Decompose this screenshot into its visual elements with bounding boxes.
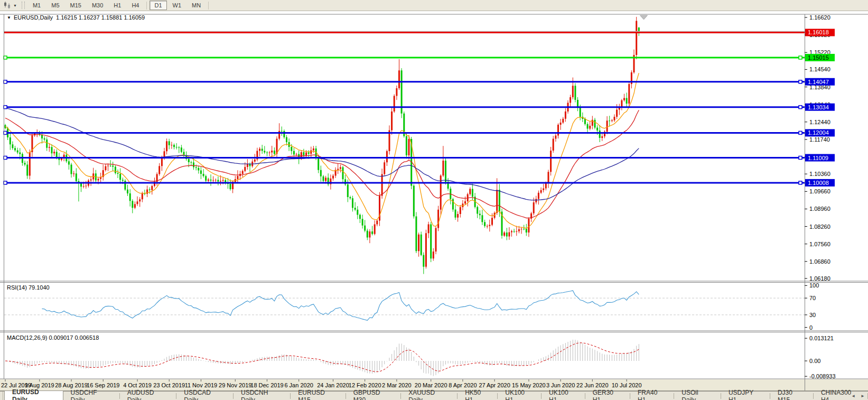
tab-fra40-h1[interactable]: FRA40 H1 — [630, 392, 674, 400]
time-tick-label: 9 Aug 2019 — [25, 382, 54, 388]
chart-title-symbol: EURUSD,Daily — [14, 14, 53, 21]
price-tick-label: 1.16620 — [809, 14, 830, 21]
tab-gbpusd-m30[interactable]: GBPUSD M30 — [346, 392, 401, 400]
collapse-triangle-icon[interactable]: ▼ — [7, 15, 11, 20]
chart-tab-bar: EURUSD DailyUSDCHF DailyAUDUSD DailyUSDC… — [0, 391, 868, 400]
timeframe-button-m5[interactable]: M5 — [46, 1, 64, 10]
line-handle[interactable] — [799, 106, 802, 109]
tab-dj30-m15[interactable]: DJ30 M15 — [770, 392, 814, 400]
rsi-tick-label: 30 — [809, 312, 816, 318]
tab-audusd-daily[interactable]: AUDUSD Daily — [120, 392, 177, 400]
timeframe-button-h1[interactable]: H1 — [109, 1, 126, 10]
tab-xauusd-daily[interactable]: XAUUSD Daily — [401, 392, 458, 400]
tabbar-grip[interactable] — [0, 392, 3, 400]
candlestick-tool-icon — [3, 2, 12, 9]
line-handle[interactable] — [799, 181, 802, 184]
mt4-window: { "toolbar": { "chart_icon": "line-studi… — [0, 0, 868, 400]
macd-tick-label: 0.00 — [809, 358, 820, 364]
time-tick-label: 29 Nov 2019 — [219, 382, 251, 388]
toolbar: ▼ M1M5M15M30H1H4D1W1MN — [0, 0, 868, 11]
line-price-badge-label: 1.11009 — [808, 155, 828, 161]
chevron-down-icon[interactable]: ▼ — [13, 4, 17, 7]
tab-eurusd-daily[interactable]: EURUSD Daily — [4, 391, 63, 400]
rsi-tick-label: 70 — [809, 295, 816, 301]
time-tick-label: 16 Sep 2019 — [87, 382, 119, 388]
time-tick-label: 20 Mar 2020 — [415, 382, 447, 388]
time-tick-label: 15 May 2020 — [512, 382, 546, 388]
line-handle[interactable] — [799, 56, 802, 59]
time-tick-label: 6 Jan 2020 — [284, 382, 313, 388]
macd-tick-label: -0.008933 — [809, 373, 836, 379]
tab-scroll-buttons: ◄ ► — [851, 392, 865, 400]
line-price-badge-label: 1.16018 — [808, 29, 829, 35]
line-price-badge-label: 1.13034 — [808, 104, 829, 110]
line-studies-icon[interactable]: ▼ — [2, 1, 18, 10]
timeframe-button-m15[interactable]: M15 — [66, 1, 86, 10]
line-handle[interactable] — [799, 156, 802, 160]
tab-usdchf-daily[interactable]: USDCHF Daily — [63, 392, 120, 400]
price-tick-label: 1.08960 — [809, 206, 830, 212]
timeframe-button-m30[interactable]: M30 — [87, 1, 108, 10]
time-tick-label: 18 Dec 2019 — [250, 382, 283, 388]
rsi-tick-label: 100 — [809, 282, 819, 289]
tab-usdcnh-daily[interactable]: USDCNH Daily — [234, 392, 291, 400]
line-handle[interactable] — [799, 80, 802, 83]
timeframe-button-mn[interactable]: MN — [187, 1, 206, 10]
tab-usdcad-daily[interactable]: USDCAD Daily — [176, 392, 234, 400]
price-tick-label: 1.09660 — [809, 188, 830, 194]
time-tick-label: 8 Apr 2020 — [449, 382, 477, 388]
tab-uk100-h1[interactable]: UK100 H1 — [542, 392, 585, 400]
tab-ger30-h1[interactable]: GER30 H1 — [585, 392, 630, 400]
price-tick-label: 1.10360 — [809, 171, 830, 177]
line-price-badge-label: 1.12004 — [808, 129, 829, 136]
price-tick-label: 1.06180 — [809, 275, 830, 282]
line-price-badge-label: 1.14047 — [808, 79, 829, 85]
toolbar-separator — [208, 2, 209, 10]
toolbar-grip[interactable] — [22, 2, 25, 9]
line-price-badge-label: 1.15015 — [808, 54, 829, 61]
time-tick-label: 12 Feb 2020 — [349, 382, 381, 388]
line-handle[interactable] — [799, 131, 802, 134]
time-tick-label: 4 Oct 2019 — [123, 382, 152, 388]
time-tick-label: 27 Apr 2020 — [479, 382, 510, 388]
tab-scroll-right-icon[interactable]: ► — [861, 394, 865, 398]
chart-title-ohlc: 1.16215 1.16237 1.15881 1.16059 — [56, 14, 145, 21]
chart-canvas[interactable]: 1.166201.159201.152201.145401.138401.131… — [0, 0, 868, 400]
time-tick-label: 22 Jun 2020 — [576, 382, 609, 388]
time-tick-label: 2 Mar 2020 — [382, 382, 412, 388]
timeframe-button-h4[interactable]: H4 — [127, 1, 144, 10]
price-tick-label: 1.14540 — [809, 66, 830, 72]
time-tick-label: 23 Oct 2019 — [153, 382, 185, 388]
macd-tick-label: 0.013121 — [809, 335, 834, 341]
rsi-tick-label: 0 — [809, 324, 813, 331]
price-tick-label: 1.07560 — [809, 241, 830, 247]
time-tick-label: 10 Jul 2020 — [612, 382, 642, 388]
timeframe-button-m1[interactable]: M1 — [28, 1, 45, 10]
price-tick-label: 1.12440 — [809, 119, 830, 125]
price-tick-label: 1.11740 — [809, 136, 830, 143]
time-tick-label: 11 Nov 2019 — [185, 382, 218, 388]
toolbar-separator — [146, 2, 147, 10]
time-tick-label: 28 Aug 2019 — [55, 382, 88, 388]
tab-usoil-daily[interactable]: USOil Daily — [674, 392, 721, 400]
rsi-indicator-label: RSI(14) 79.1040 — [7, 284, 50, 291]
tab-eurusd-m15[interactable]: EURUSD M15 — [291, 392, 346, 400]
tab-scroll-left-icon[interactable]: ◄ — [851, 394, 855, 398]
line-price-badge-label: 1.10008 — [808, 180, 829, 186]
tab-hk50-h1[interactable]: HK50 H1 — [458, 392, 498, 400]
price-tick-label: 1.06860 — [809, 258, 830, 265]
chart-title: ▼EURUSD,Daily 1.16215 1.16237 1.15881 1.… — [7, 14, 145, 21]
tab-uk100-h1[interactable]: UK100 H1 — [498, 392, 542, 400]
timeframe-button-d1[interactable]: D1 — [150, 1, 166, 10]
tab-usdjpy-h1[interactable]: USDJPY H1 — [721, 392, 770, 400]
price-tick-label: 1.08260 — [809, 224, 830, 230]
time-tick-label: 3 Jun 2020 — [546, 382, 575, 388]
macd-indicator-label: MACD(12,26,9) 0.009017 0.006518 — [7, 334, 99, 341]
timeframe-button-w1[interactable]: W1 — [168, 1, 186, 10]
time-tick-label: 24 Jan 2020 — [317, 382, 349, 388]
